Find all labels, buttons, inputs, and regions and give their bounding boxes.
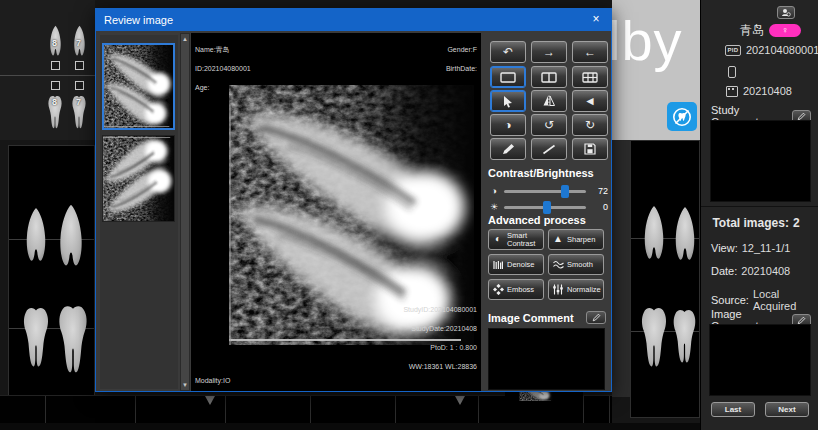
- tooth-icon[interactable]: [671, 298, 698, 374]
- dual-view-button[interactable]: [531, 66, 567, 88]
- patient-date-row: 20210408: [726, 85, 792, 97]
- tooth-tip: [455, 396, 465, 405]
- contrast-value: 72: [590, 186, 608, 196]
- no-tooth-icon[interactable]: [667, 102, 697, 131]
- thumbnail-2[interactable]: [102, 135, 175, 222]
- study-comment-box[interactable]: [710, 120, 811, 202]
- smart-contrast-icon: ◐: [492, 234, 504, 245]
- arrow-left-button[interactable]: ←: [572, 41, 608, 63]
- triangle-left-button[interactable]: ◄: [572, 90, 608, 112]
- brightness-slider-handle[interactable]: [543, 201, 551, 214]
- patient-id-value: 202104080001: [746, 44, 818, 56]
- next-button[interactable]: Next: [765, 402, 809, 417]
- denoise-icon: [492, 260, 504, 270]
- tooth-icon[interactable]: [641, 193, 667, 275]
- arrow-right-icon: →: [543, 46, 555, 58]
- pointer-button[interactable]: [490, 90, 526, 112]
- view-row: View: 12_11-1/1: [711, 242, 790, 254]
- tooth-icon[interactable]: [23, 193, 49, 279]
- right-tooth-panel: [630, 140, 700, 418]
- contrast-slider[interactable]: [504, 190, 586, 193]
- tooth-icon[interactable]: [21, 294, 51, 380]
- rotate-cw-icon: ↻: [585, 119, 595, 131]
- tooth-icon[interactable]: [639, 296, 669, 378]
- tooth-icon[interactable]: [56, 191, 86, 283]
- arrow-right-button[interactable]: →: [531, 41, 567, 63]
- tooth-number: 8: [52, 97, 57, 107]
- dialog-title: Review image: [104, 14, 173, 26]
- patient-sidebar: 青岛 ♀ PID 202104080001 20210408 Study Com…: [700, 0, 818, 430]
- overlay-study-info: StudyID:202104080001 StudyDate:20210408 …: [403, 296, 477, 372]
- rotate-cw-button[interactable]: ↻: [572, 114, 608, 136]
- contrast-slider-handle[interactable]: [561, 185, 569, 198]
- patient-name: 青岛: [740, 22, 764, 39]
- pointer-icon: [502, 95, 514, 108]
- patient-edit-button[interactable]: [777, 6, 795, 19]
- advanced-process-title: Advanced process: [488, 214, 586, 226]
- tooth-tip: [205, 396, 215, 405]
- thumbnail-1[interactable]: [102, 43, 175, 130]
- bottom-bar: [0, 423, 700, 430]
- undo-button[interactable]: ↶: [490, 41, 526, 63]
- smooth-button[interactable]: Smooth: [548, 254, 604, 275]
- dialog-image-comment-edit-button[interactable]: [586, 311, 606, 324]
- dialog-image-comment-row: Image Comment: [488, 311, 606, 324]
- background-xray-thumbnail[interactable]: [505, 390, 583, 423]
- grid-view-button[interactable]: [572, 66, 608, 88]
- smooth-icon: [552, 260, 564, 269]
- contrast-icon: ◑: [488, 186, 500, 196]
- view-value: 12_11-1/1: [742, 242, 791, 254]
- draw-pen-button[interactable]: [490, 138, 526, 160]
- tooth-checkbox[interactable]: [75, 81, 84, 90]
- emboss-button[interactable]: Emboss: [488, 279, 544, 300]
- last-button[interactable]: Last: [711, 402, 755, 417]
- tooth-number: 7: [76, 97, 81, 107]
- app-root: 8 7 8 7 lby: [0, 0, 818, 430]
- tooth-number: 8: [52, 38, 57, 48]
- dialog-image-comment-box[interactable]: [488, 328, 605, 390]
- invert-button[interactable]: ◑: [490, 114, 526, 136]
- total-images-row: Total images: 2: [701, 216, 811, 230]
- rotate-ccw-icon: ↺: [544, 119, 554, 131]
- left-tooth-panel: [8, 145, 95, 397]
- tooth-icon[interactable]: [56, 291, 90, 387]
- sharpen-button[interactable]: ▲ Sharpen: [548, 229, 604, 250]
- view-label: View:: [711, 242, 738, 254]
- smart-contrast-button[interactable]: ◐ Smart Contrast: [488, 229, 544, 250]
- dialog-titlebar[interactable]: Review image ×: [96, 9, 611, 31]
- normalize-button[interactable]: Normalize: [548, 279, 604, 300]
- sharpen-icon: ▲: [552, 234, 564, 245]
- tooth-checkbox[interactable]: [75, 61, 84, 70]
- total-images-label: Total images:: [712, 216, 788, 230]
- save-button[interactable]: [572, 138, 608, 160]
- source-label: Source:: [711, 294, 749, 306]
- single-view-icon: [500, 72, 516, 83]
- chart-divider: [0, 75, 95, 76]
- logo-text: lby: [612, 8, 683, 73]
- main-image-area[interactable]: Name:青岛 ID:202104080001 Age: Gender:F Bi…: [191, 33, 481, 391]
- single-view-button[interactable]: [490, 66, 526, 88]
- emboss-icon: [492, 284, 504, 295]
- sidebar-image-comment-box[interactable]: [709, 324, 811, 396]
- rotate-ccw-button[interactable]: ↺: [531, 114, 567, 136]
- close-icon[interactable]: ×: [589, 12, 603, 26]
- dual-view-icon: [541, 72, 557, 83]
- denoise-button[interactable]: Denoise: [488, 254, 544, 275]
- invert-icon: ◑: [504, 119, 511, 131]
- thumbnail-scrollbar[interactable]: ▲ ▼: [180, 33, 190, 391]
- scroll-up-icon[interactable]: ▲: [181, 36, 189, 42]
- tooth-checkbox[interactable]: [51, 61, 60, 70]
- flip-horizontal-icon: [542, 95, 556, 107]
- phone-icon: [728, 66, 736, 78]
- overlay-patient-info: Name:青岛 ID:202104080001 Age:: [195, 36, 251, 93]
- scroll-down-icon[interactable]: ▼: [181, 382, 189, 388]
- gender-female-badge: ♀: [769, 24, 801, 37]
- patient-id-row: PID 202104080001: [725, 44, 818, 56]
- tooth-icon[interactable]: [672, 195, 698, 275]
- patient-name-row: 青岛 ♀: [701, 22, 801, 39]
- measure-line-button[interactable]: [531, 138, 567, 160]
- tooth-checkbox[interactable]: [51, 81, 60, 90]
- undo-icon: ↶: [503, 46, 513, 58]
- flip-horizontal-button[interactable]: [531, 90, 567, 112]
- brightness-slider[interactable]: [504, 206, 586, 209]
